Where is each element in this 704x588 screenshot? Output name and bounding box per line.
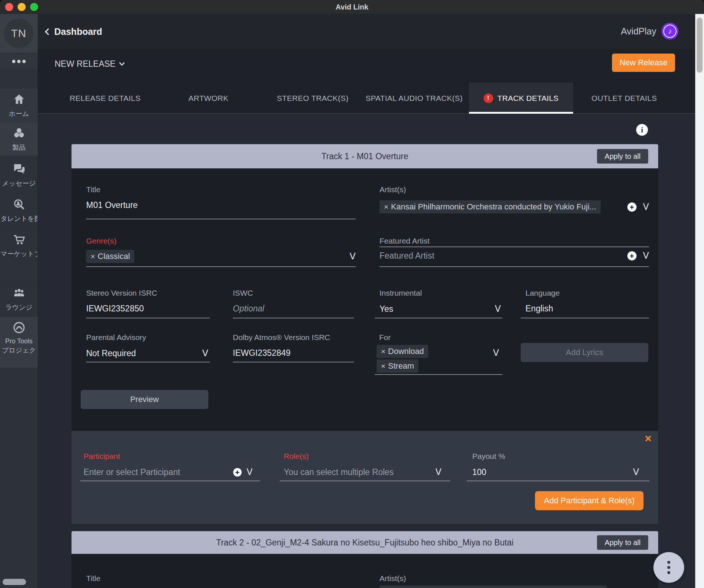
remove-chip-icon[interactable]: × bbox=[381, 347, 385, 356]
stereo-isrc-input[interactable]: IEWGI2352850 bbox=[86, 304, 210, 314]
add-participant-role-button[interactable]: Add Participant & Role(s) bbox=[535, 491, 644, 510]
dolby-isrc-label: Dolby Atmos® Version ISRC bbox=[233, 333, 354, 343]
sidebar-horizontal-scrollbar[interactable] bbox=[3, 579, 26, 585]
vertical-scrollbar[interactable] bbox=[695, 14, 704, 588]
add-artist-icon[interactable]: + bbox=[627, 202, 637, 212]
sidebar-more-button[interactable] bbox=[0, 53, 38, 70]
info-icon[interactable]: i bbox=[636, 124, 648, 136]
error-icon: ! bbox=[484, 94, 493, 103]
featured-artist-input[interactable]: Featured Artist + V bbox=[380, 251, 649, 261]
language-select[interactable]: English bbox=[521, 304, 649, 314]
instrumental-field: Instrumental Yes V bbox=[375, 289, 502, 318]
preview-button[interactable]: Preview bbox=[81, 390, 208, 409]
parental-advisory-select[interactable]: Not Required V bbox=[86, 348, 210, 358]
remove-chip-icon[interactable]: × bbox=[91, 252, 95, 261]
music-note-icon: ♪ bbox=[663, 25, 676, 38]
stereo-isrc-label: Stereo Version ISRC bbox=[86, 289, 210, 298]
tab-stereo-tracks[interactable]: STEREO TRACK(S) bbox=[277, 83, 348, 114]
kebab-dot-icon bbox=[667, 571, 670, 574]
iswc-label: ISWC bbox=[233, 289, 354, 298]
genre-chip[interactable]: × Classical bbox=[86, 250, 134, 263]
participant-label: Participant bbox=[80, 452, 260, 461]
featured-artist-label: Featured Artist bbox=[380, 237, 649, 246]
track-1-header: Track 1 - M01 Overture Apply to all bbox=[72, 144, 658, 168]
for-select[interactable]: × Download × Stream V bbox=[375, 345, 502, 373]
track-1-title: Track 1 - M01 Overture bbox=[72, 144, 658, 168]
title-input[interactable]: M01 Overture bbox=[86, 200, 356, 210]
avatar[interactable]: TN bbox=[4, 19, 33, 48]
chevron-down-icon[interactable]: V bbox=[436, 467, 441, 477]
iswc-field: ISWC Optional bbox=[233, 289, 354, 318]
vertical-scrollbar-thumb[interactable] bbox=[697, 18, 703, 73]
add-participant-icon[interactable]: + bbox=[233, 468, 242, 476]
track-2-apply-to-all-button[interactable]: Apply to all bbox=[597, 535, 648, 550]
back-to-dashboard-button[interactable]: Dashboard bbox=[46, 24, 102, 39]
track-1-apply-to-all-button[interactable]: Apply to all bbox=[597, 149, 648, 164]
chevron-down-icon[interactable]: V bbox=[493, 348, 499, 358]
sidebar-item-home[interactable]: ホーム bbox=[0, 88, 38, 122]
artist-chip[interactable]: × Kansai Philharmonic Orchestra conducte… bbox=[380, 200, 601, 213]
lounge-icon bbox=[12, 286, 26, 300]
language-field: Language English bbox=[521, 289, 649, 318]
stereo-isrc-field: Stereo Version ISRC IEWGI2352850 bbox=[86, 289, 210, 318]
find-talent-icon bbox=[12, 198, 26, 211]
payout-label: Payout % bbox=[467, 452, 649, 461]
for-chip-download[interactable]: × Download bbox=[377, 345, 428, 358]
payout-select[interactable]: 100 V bbox=[467, 467, 649, 477]
sidebar-item-lounge[interactable]: ラウンジ bbox=[0, 282, 38, 315]
track-1-card: Track 1 - M01 Overture Apply to all Titl… bbox=[72, 144, 658, 524]
roles-select[interactable]: You can select multiple Roles V bbox=[280, 467, 450, 477]
genres-field: Genre(s) × Classical V bbox=[86, 237, 356, 267]
for-label: For bbox=[375, 333, 502, 343]
chevron-down-icon[interactable]: V bbox=[643, 251, 649, 261]
products-icon bbox=[12, 127, 26, 140]
tab-track-details[interactable]: ! TRACK DETAILS bbox=[469, 83, 573, 114]
roles-label: Role(s) bbox=[280, 452, 450, 461]
dolby-isrc-input[interactable]: IEWGI2352849 bbox=[233, 348, 354, 358]
participant-input[interactable]: Enter or select Participant + V bbox=[80, 467, 260, 477]
add-lyrics-button[interactable]: Add Lyrics bbox=[521, 343, 648, 362]
avidplay-brand[interactable]: AvidPlay ♪ bbox=[621, 23, 678, 40]
artists-input[interactable]: × Kansai Philharmonic Orchestra conducte… bbox=[380, 200, 649, 213]
dolby-isrc-field: Dolby Atmos® Version ISRC IEWGI2352849 bbox=[233, 333, 354, 362]
genres-label: Genre(s) bbox=[86, 237, 356, 246]
track-2-title: Track 2 - 02_Genji_M2-4 Sakura no Kisets… bbox=[72, 531, 658, 554]
chevron-down-icon[interactable]: V bbox=[495, 304, 501, 314]
chevron-down-icon bbox=[119, 60, 125, 66]
participant-panel: × Participant Enter or select Participan… bbox=[72, 431, 658, 524]
iswc-input[interactable]: Optional bbox=[233, 304, 354, 314]
new-release-button[interactable]: New Release bbox=[612, 54, 675, 72]
close-icon[interactable]: × bbox=[645, 432, 652, 444]
avidplay-label: AvidPlay bbox=[621, 26, 656, 37]
tab-track-details-label: TRACK DETAILS bbox=[498, 94, 559, 103]
remove-chip-icon[interactable]: × bbox=[381, 362, 385, 370]
release-selector[interactable]: NEW RELEASE bbox=[55, 59, 124, 69]
sidebar-item-find-talent[interactable]: タレントを探 bbox=[0, 193, 38, 227]
chevron-down-icon[interactable]: V bbox=[350, 251, 356, 262]
for-chip-stream[interactable]: × Stream bbox=[377, 359, 418, 373]
sidebar-item-messages[interactable]: メッセージ bbox=[0, 158, 38, 191]
tabs-bar: RELEASE DETAILS ARTWORK STEREO TRACK(S) … bbox=[38, 83, 695, 114]
add-featured-artist-icon[interactable]: + bbox=[627, 251, 637, 260]
chevron-down-icon[interactable]: V bbox=[633, 467, 639, 477]
chevron-down-icon[interactable]: V bbox=[247, 467, 253, 477]
chevron-down-icon[interactable]: V bbox=[643, 202, 649, 212]
ellipsis-icon bbox=[17, 60, 21, 63]
remove-chip-icon[interactable]: × bbox=[384, 202, 388, 211]
sidebar-item-marketplace[interactable]: マーケットプレ bbox=[0, 228, 38, 262]
sidebar-item-products[interactable]: 製品 bbox=[0, 122, 38, 156]
tab-release-details[interactable]: RELEASE DETAILS bbox=[70, 83, 140, 114]
instrumental-select[interactable]: Yes V bbox=[375, 304, 502, 314]
main-area: Dashboard AvidPlay ♪ NEW RELEASE New Rel… bbox=[38, 14, 695, 588]
tab-spatial-audio-tracks[interactable]: SPATIAL AUDIO TRACK(S) bbox=[366, 83, 463, 114]
artist-chip[interactable] bbox=[380, 585, 607, 588]
chevron-down-icon[interactable]: V bbox=[202, 348, 208, 358]
parental-advisory-label: Parental Advisory bbox=[86, 333, 210, 343]
release-toolbar: NEW RELEASE New Release bbox=[38, 49, 695, 83]
page-header: Dashboard AvidPlay ♪ bbox=[38, 14, 695, 49]
sidebar-item-pro-tools[interactable]: Pro Tools プロジェク bbox=[0, 316, 38, 368]
genres-input[interactable]: × Classical V bbox=[86, 250, 356, 263]
tab-artwork[interactable]: ARTWORK bbox=[188, 83, 228, 114]
tab-outlet-details[interactable]: OUTLET DETAILS bbox=[591, 83, 657, 114]
floating-more-actions-button[interactable] bbox=[653, 552, 684, 583]
